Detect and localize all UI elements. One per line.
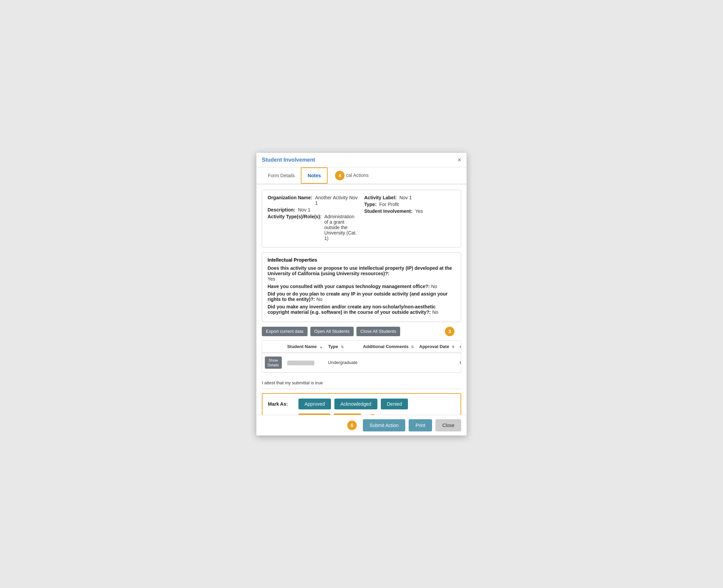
ip-a1: Yes (268, 276, 275, 282)
badge-6: 6 (347, 421, 357, 430)
activity-types-value: Administration of a grant outside the Un… (324, 214, 359, 241)
approved-button[interactable]: Approved (298, 399, 331, 409)
print-button[interactable]: Print (409, 419, 432, 431)
acknowledged-button[interactable]: Acknowledged (334, 399, 377, 409)
student-name-blurred (287, 361, 314, 365)
activity-types-label: Activity Type(s)/Role(s): (268, 214, 321, 241)
approval-date-sort-icon: ⇅ (452, 345, 454, 349)
activity-label-label: Activity Label: (364, 195, 397, 200)
ip-q1: Does this activity use or propose to use… (268, 265, 455, 282)
student-name-sort-icon: ▲ (319, 345, 323, 349)
student-name-cell (285, 353, 326, 372)
type-cell: Undergraduate (326, 353, 360, 372)
export-current-data-button[interactable]: Export current data (262, 327, 308, 336)
tab-bar: Form Details Notes 4 cal Actions (256, 167, 467, 184)
ip-a3: No (316, 297, 323, 302)
comments-sort-icon: ⇅ (411, 345, 414, 349)
badge-3: 3 (445, 327, 454, 336)
form-info-box: Organization Name: Another Activity Nov … (262, 190, 461, 247)
tab-local-actions[interactable]: 4 cal Actions (328, 167, 375, 184)
close-icon[interactable]: × (457, 157, 461, 163)
th-show-details (262, 341, 285, 353)
table-header-row: Student Name ▲ Type ⇅ Additional Comment… (262, 341, 461, 353)
open-all-students-button[interactable]: Open All Students (310, 327, 354, 336)
th-type[interactable]: Type ⇅ (326, 341, 360, 353)
th-approval-date[interactable]: Approval Date ⇅ (416, 341, 457, 353)
activity-types-row: Activity Type(s)/Role(s): Administration… (268, 214, 359, 241)
ip-section: Intellectual Properties Does this activi… (262, 252, 461, 322)
action-box: Mark As: Approved Acknowledged Denied Re… (262, 393, 461, 414)
faculty-button[interactable]: Faculty (334, 413, 361, 414)
ip-a2: No (431, 284, 437, 289)
activity-label-value: Nov 1 (399, 195, 412, 200)
students-table: Student Name ▲ Type ⇅ Additional Comment… (262, 341, 461, 373)
toolbar: Export current data Open All Students Cl… (262, 327, 461, 336)
student-involvement-row: Student Involvement: Yes (364, 208, 455, 214)
student-involvement-label: Student Involvement: (364, 208, 412, 214)
mark-as-row: Mark As: Approved Acknowledged Denied (268, 399, 455, 409)
show-details-button[interactable]: Show Details (265, 357, 282, 369)
ip-title: Intellectual Properties (268, 257, 455, 263)
ip-a4: No (432, 309, 438, 315)
type-sort-icon: ⇅ (341, 345, 344, 349)
type-row: Type: For Profit (364, 202, 455, 207)
table-row: Show Details Undergraduate test (262, 353, 461, 372)
description-value: Nov 1 (298, 207, 311, 212)
ip-q3: Did you or do you plan to create any IP … (268, 291, 455, 302)
students-table-container: Student Name ▲ Type ⇅ Additional Comment… (262, 340, 461, 373)
close-footer-button[interactable]: Close (435, 419, 461, 431)
modal-footer: 6 Submit Action Print Close (256, 415, 467, 435)
type-label: Type: (364, 202, 376, 207)
org-name-value: Another Activity Nov 1 (315, 195, 359, 206)
modal-body: Organization Name: Another Activity Nov … (256, 184, 467, 415)
hours-cell: test (457, 353, 461, 372)
submit-action-button[interactable]: Submit Action (363, 419, 406, 431)
th-additional-comments[interactable]: Additional Comments ⇅ (360, 341, 416, 353)
info-grid: Organization Name: Another Activity Nov … (268, 195, 455, 242)
tab-form-details[interactable]: Form Details (262, 167, 301, 184)
show-details-cell: Show Details (262, 353, 285, 372)
close-all-students-button[interactable]: Close All Students (356, 327, 400, 336)
th-hours[interactable]: 4) Hours ⇅ (457, 341, 461, 353)
mark-as-label: Mark As: (268, 401, 295, 407)
ip-q2: Have you consulted with your campus tech… (268, 284, 455, 289)
reviewer-button[interactable]: Reviewer (298, 413, 330, 414)
student-involvement-modal: Student Involvement × Form Details Notes… (256, 153, 467, 435)
type-value: For Profit (379, 202, 399, 207)
ip-q4: Did you make any invention and/or create… (268, 304, 455, 315)
activity-label-row: Activity Label: Nov 1 (364, 195, 455, 200)
description-label: Description: (268, 207, 295, 212)
denied-button[interactable]: Denied (381, 399, 408, 409)
org-name-row: Organization Name: Another Activity Nov … (268, 195, 359, 206)
description-row: Description: Nov 1 (268, 207, 359, 212)
tab-badge-4: 4 (335, 171, 345, 180)
modal-title: Student Involvement (262, 157, 315, 163)
org-name-label: Organization Name: (268, 195, 312, 206)
approval-date-cell (416, 353, 457, 372)
student-involvement-value: Yes (415, 208, 423, 214)
attest-text: I attest that my submittal is true (262, 377, 461, 389)
th-student-name[interactable]: Student Name ▲ (285, 341, 326, 353)
modal-header: Student Involvement × (256, 153, 467, 167)
tab-notes[interactable]: Notes (301, 167, 328, 184)
additional-comments-cell (360, 353, 416, 372)
